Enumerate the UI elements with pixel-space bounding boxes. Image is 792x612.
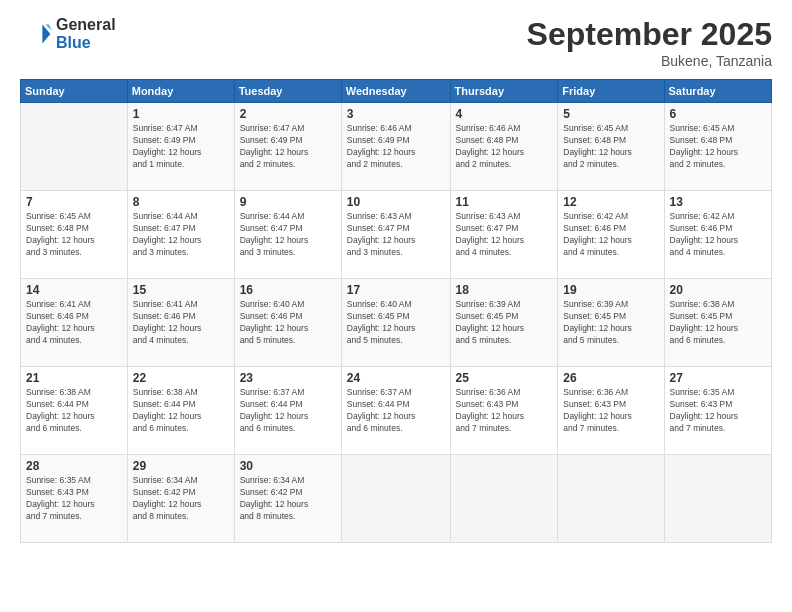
day-info: Sunrise: 6:41 AM Sunset: 6:46 PM Dayligh… (26, 299, 122, 347)
calendar-cell (341, 455, 450, 543)
title-block: September 2025 Bukene, Tanzania (527, 16, 772, 69)
week-row-2: 14Sunrise: 6:41 AM Sunset: 6:46 PM Dayli… (21, 279, 772, 367)
calendar-cell: 2Sunrise: 6:47 AM Sunset: 6:49 PM Daylig… (234, 103, 341, 191)
day-number: 22 (133, 371, 229, 385)
logo-text: General Blue (56, 16, 116, 51)
header: General Blue September 2025 Bukene, Tanz… (20, 16, 772, 69)
calendar-cell: 13Sunrise: 6:42 AM Sunset: 6:46 PM Dayli… (664, 191, 771, 279)
calendar-cell: 30Sunrise: 6:34 AM Sunset: 6:42 PM Dayli… (234, 455, 341, 543)
calendar-cell: 8Sunrise: 6:44 AM Sunset: 6:47 PM Daylig… (127, 191, 234, 279)
day-number: 12 (563, 195, 658, 209)
logo-blue: Blue (56, 34, 116, 52)
day-info: Sunrise: 6:35 AM Sunset: 6:43 PM Dayligh… (670, 387, 766, 435)
calendar-cell: 4Sunrise: 6:46 AM Sunset: 6:48 PM Daylig… (450, 103, 558, 191)
calendar-cell: 3Sunrise: 6:46 AM Sunset: 6:49 PM Daylig… (341, 103, 450, 191)
calendar-cell: 12Sunrise: 6:42 AM Sunset: 6:46 PM Dayli… (558, 191, 664, 279)
col-header-sunday: Sunday (21, 80, 128, 103)
col-header-saturday: Saturday (664, 80, 771, 103)
calendar-cell: 6Sunrise: 6:45 AM Sunset: 6:48 PM Daylig… (664, 103, 771, 191)
calendar-cell: 10Sunrise: 6:43 AM Sunset: 6:47 PM Dayli… (341, 191, 450, 279)
calendar-cell: 29Sunrise: 6:34 AM Sunset: 6:42 PM Dayli… (127, 455, 234, 543)
day-info: Sunrise: 6:41 AM Sunset: 6:46 PM Dayligh… (133, 299, 229, 347)
day-info: Sunrise: 6:36 AM Sunset: 6:43 PM Dayligh… (456, 387, 553, 435)
calendar-cell: 1Sunrise: 6:47 AM Sunset: 6:49 PM Daylig… (127, 103, 234, 191)
day-info: Sunrise: 6:42 AM Sunset: 6:46 PM Dayligh… (670, 211, 766, 259)
day-info: Sunrise: 6:45 AM Sunset: 6:48 PM Dayligh… (670, 123, 766, 171)
day-number: 29 (133, 459, 229, 473)
calendar-cell (664, 455, 771, 543)
calendar-cell (450, 455, 558, 543)
header-row: SundayMondayTuesdayWednesdayThursdayFrid… (21, 80, 772, 103)
calendar-cell: 19Sunrise: 6:39 AM Sunset: 6:45 PM Dayli… (558, 279, 664, 367)
calendar-cell: 25Sunrise: 6:36 AM Sunset: 6:43 PM Dayli… (450, 367, 558, 455)
week-row-0: 1Sunrise: 6:47 AM Sunset: 6:49 PM Daylig… (21, 103, 772, 191)
day-info: Sunrise: 6:40 AM Sunset: 6:45 PM Dayligh… (347, 299, 445, 347)
day-info: Sunrise: 6:34 AM Sunset: 6:42 PM Dayligh… (133, 475, 229, 523)
day-number: 9 (240, 195, 336, 209)
day-info: Sunrise: 6:44 AM Sunset: 6:47 PM Dayligh… (240, 211, 336, 259)
day-number: 10 (347, 195, 445, 209)
day-number: 17 (347, 283, 445, 297)
day-info: Sunrise: 6:36 AM Sunset: 6:43 PM Dayligh… (563, 387, 658, 435)
logo: General Blue (20, 16, 116, 51)
logo-general: General (56, 16, 116, 34)
day-number: 8 (133, 195, 229, 209)
day-number: 6 (670, 107, 766, 121)
calendar-cell: 16Sunrise: 6:40 AM Sunset: 6:46 PM Dayli… (234, 279, 341, 367)
day-info: Sunrise: 6:47 AM Sunset: 6:49 PM Dayligh… (240, 123, 336, 171)
day-number: 2 (240, 107, 336, 121)
day-number: 25 (456, 371, 553, 385)
day-number: 16 (240, 283, 336, 297)
calendar-cell: 9Sunrise: 6:44 AM Sunset: 6:47 PM Daylig… (234, 191, 341, 279)
day-info: Sunrise: 6:37 AM Sunset: 6:44 PM Dayligh… (240, 387, 336, 435)
calendar-cell: 22Sunrise: 6:38 AM Sunset: 6:44 PM Dayli… (127, 367, 234, 455)
calendar-cell: 15Sunrise: 6:41 AM Sunset: 6:46 PM Dayli… (127, 279, 234, 367)
col-header-thursday: Thursday (450, 80, 558, 103)
calendar-cell: 26Sunrise: 6:36 AM Sunset: 6:43 PM Dayli… (558, 367, 664, 455)
day-info: Sunrise: 6:38 AM Sunset: 6:44 PM Dayligh… (26, 387, 122, 435)
day-number: 14 (26, 283, 122, 297)
col-header-monday: Monday (127, 80, 234, 103)
location: Bukene, Tanzania (527, 53, 772, 69)
day-number: 26 (563, 371, 658, 385)
day-info: Sunrise: 6:46 AM Sunset: 6:48 PM Dayligh… (456, 123, 553, 171)
day-info: Sunrise: 6:43 AM Sunset: 6:47 PM Dayligh… (347, 211, 445, 259)
day-number: 23 (240, 371, 336, 385)
day-number: 11 (456, 195, 553, 209)
day-info: Sunrise: 6:43 AM Sunset: 6:47 PM Dayligh… (456, 211, 553, 259)
day-number: 20 (670, 283, 766, 297)
day-number: 4 (456, 107, 553, 121)
day-number: 15 (133, 283, 229, 297)
day-number: 5 (563, 107, 658, 121)
day-info: Sunrise: 6:38 AM Sunset: 6:44 PM Dayligh… (133, 387, 229, 435)
calendar-cell: 18Sunrise: 6:39 AM Sunset: 6:45 PM Dayli… (450, 279, 558, 367)
day-info: Sunrise: 6:37 AM Sunset: 6:44 PM Dayligh… (347, 387, 445, 435)
calendar-cell (558, 455, 664, 543)
week-row-4: 28Sunrise: 6:35 AM Sunset: 6:43 PM Dayli… (21, 455, 772, 543)
calendar-cell: 21Sunrise: 6:38 AM Sunset: 6:44 PM Dayli… (21, 367, 128, 455)
day-info: Sunrise: 6:47 AM Sunset: 6:49 PM Dayligh… (133, 123, 229, 171)
day-number: 3 (347, 107, 445, 121)
week-row-3: 21Sunrise: 6:38 AM Sunset: 6:44 PM Dayli… (21, 367, 772, 455)
calendar-cell: 11Sunrise: 6:43 AM Sunset: 6:47 PM Dayli… (450, 191, 558, 279)
page: General Blue September 2025 Bukene, Tanz… (0, 0, 792, 612)
calendar-cell: 17Sunrise: 6:40 AM Sunset: 6:45 PM Dayli… (341, 279, 450, 367)
calendar-cell: 20Sunrise: 6:38 AM Sunset: 6:45 PM Dayli… (664, 279, 771, 367)
day-info: Sunrise: 6:45 AM Sunset: 6:48 PM Dayligh… (26, 211, 122, 259)
day-info: Sunrise: 6:39 AM Sunset: 6:45 PM Dayligh… (563, 299, 658, 347)
day-info: Sunrise: 6:35 AM Sunset: 6:43 PM Dayligh… (26, 475, 122, 523)
col-header-wednesday: Wednesday (341, 80, 450, 103)
calendar-cell: 14Sunrise: 6:41 AM Sunset: 6:46 PM Dayli… (21, 279, 128, 367)
day-info: Sunrise: 6:46 AM Sunset: 6:49 PM Dayligh… (347, 123, 445, 171)
calendar-cell: 7Sunrise: 6:45 AM Sunset: 6:48 PM Daylig… (21, 191, 128, 279)
day-info: Sunrise: 6:44 AM Sunset: 6:47 PM Dayligh… (133, 211, 229, 259)
day-number: 1 (133, 107, 229, 121)
month-title: September 2025 (527, 16, 772, 53)
day-number: 28 (26, 459, 122, 473)
calendar-table: SundayMondayTuesdayWednesdayThursdayFrid… (20, 79, 772, 543)
col-header-tuesday: Tuesday (234, 80, 341, 103)
day-number: 27 (670, 371, 766, 385)
day-info: Sunrise: 6:40 AM Sunset: 6:46 PM Dayligh… (240, 299, 336, 347)
calendar-cell: 23Sunrise: 6:37 AM Sunset: 6:44 PM Dayli… (234, 367, 341, 455)
calendar-cell: 5Sunrise: 6:45 AM Sunset: 6:48 PM Daylig… (558, 103, 664, 191)
